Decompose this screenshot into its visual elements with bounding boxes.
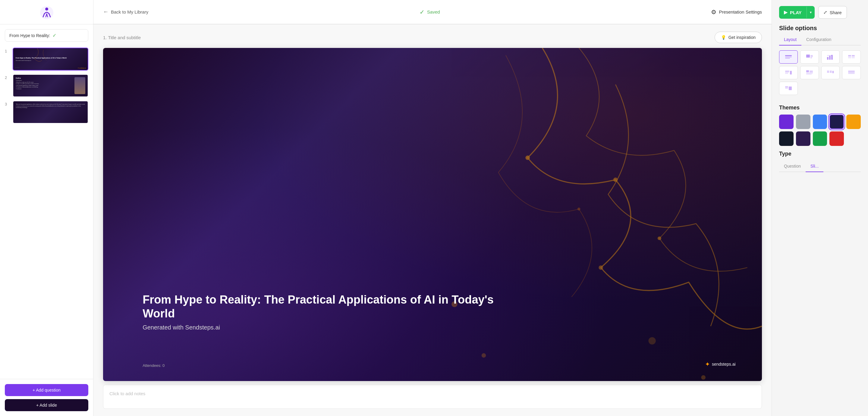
tab-layout[interactable]: Layout [779, 34, 801, 46]
tab-type-question[interactable]: Question [779, 161, 806, 172]
slide-options-header: Slide options [772, 19, 868, 34]
settings-label: Presentation Settings [719, 9, 762, 14]
theme-purple[interactable] [779, 115, 794, 129]
theme-red[interactable] [830, 131, 844, 146]
layout-option-9[interactable] [779, 82, 798, 95]
left-sidebar: From Hype to Reality: ✓ 1 From Hype to R… [0, 0, 93, 416]
layout-image-text-icon [805, 53, 814, 61]
slide-canvas[interactable]: From Hype to Reality: The Practical Appl… [103, 48, 762, 381]
layout-8-icon [847, 68, 856, 77]
svg-rect-32 [785, 71, 789, 71]
back-label: Back to My Library [111, 9, 148, 14]
layout-option-image-text[interactable] [800, 50, 819, 64]
share-button[interactable]: ⤢ Share [818, 6, 847, 19]
svg-rect-33 [785, 72, 789, 73]
svg-rect-44 [830, 72, 832, 73]
top-bar: ← Back to My Library ✓ Saved ⚙ Presentat… [93, 0, 772, 24]
slides-list: 1 From Hype to Reality: The Practical Ap… [0, 44, 93, 379]
slide-editor: 1. Title and subtitle 💡 Get inspiration [93, 24, 772, 416]
svg-point-1 [45, 7, 48, 10]
slide-item-1[interactable]: 1 From Hype to Reality: The Practical Ap… [5, 48, 88, 70]
slide-logo-text: sendsteps.ai [712, 362, 736, 366]
layout-chart-icon [826, 53, 835, 61]
svg-rect-31 [852, 58, 855, 58]
svg-rect-29 [852, 56, 855, 57]
slide-main-content: From Hype to Reality: The Practical Appl… [143, 293, 498, 331]
neural-lines-decoration [103, 48, 762, 381]
svg-point-6 [525, 155, 530, 160]
layout-option-6[interactable] [800, 66, 819, 79]
theme-orange[interactable] [846, 115, 861, 129]
svg-point-8 [598, 265, 603, 270]
layout-option-5[interactable] [779, 66, 798, 79]
svg-rect-35 [790, 71, 792, 75]
layout-5-icon [784, 68, 793, 77]
layout-option-columns[interactable] [842, 50, 861, 64]
play-icon: ▶ [784, 10, 787, 15]
gear-icon: ⚙ [711, 8, 716, 16]
themes-section: Themes [772, 105, 868, 151]
theme-green[interactable] [813, 131, 827, 146]
slide-logo: ✦ sendsteps.ai [705, 360, 736, 368]
theme-deep-purple[interactable] [796, 131, 810, 146]
svg-rect-28 [852, 55, 855, 56]
get-inspiration-button[interactable]: 💡 Get inspiration [715, 32, 762, 43]
tab-type-slide[interactable]: Sli... [806, 161, 824, 172]
type-title: Type [779, 151, 861, 157]
layout-option-8[interactable] [842, 66, 861, 79]
svg-rect-45 [832, 71, 834, 73]
tab-configuration[interactable]: Configuration [801, 34, 836, 46]
play-button[interactable]: ▶ PLAY ▾ [779, 6, 815, 19]
notes-area[interactable]: Click to add notes [103, 385, 762, 409]
slide-item-2[interactable]: 2 Outline • Introduction • Why AI can ma… [5, 74, 88, 97]
play-dropdown-caret[interactable]: ▾ [807, 7, 815, 18]
svg-rect-20 [810, 56, 813, 57]
thumb-2-outline: Outline [16, 77, 73, 79]
add-question-button[interactable]: + Add question [5, 384, 88, 396]
share-icon: ⤢ [824, 10, 827, 15]
svg-rect-27 [848, 56, 851, 57]
slide-logo-icon: ✦ [705, 360, 710, 368]
slide-label-row: 1. Title and subtitle 💡 Get inspiration [103, 32, 762, 43]
saved-status: ✓ Saved [420, 8, 440, 16]
back-to-library-link[interactable]: ← Back to My Library [103, 9, 148, 15]
svg-rect-43 [830, 71, 832, 71]
themes-title: Themes [779, 105, 861, 111]
slide-thumbnail-1[interactable]: From Hype to Reality: The Practical Appl… [13, 48, 88, 70]
layout-option-text-only[interactable] [779, 50, 798, 64]
type-section: Type Question Sli... [772, 151, 868, 177]
add-slide-button[interactable]: + Add slide [5, 399, 88, 411]
theme-gray[interactable] [796, 115, 810, 129]
thumb-2-list: • Introduction • Why AI can make your li… [16, 80, 73, 90]
share-label: Share [830, 10, 842, 15]
theme-blue[interactable] [813, 115, 827, 129]
slide-thumbnail-2[interactable]: Outline • Introduction • Why AI can make… [13, 74, 88, 97]
layout-option-7[interactable] [821, 66, 840, 79]
svg-point-12 [482, 353, 486, 358]
play-button-main[interactable]: ▶ PLAY [779, 6, 807, 19]
svg-rect-46 [848, 71, 855, 71]
presentation-title-box[interactable]: From Hype to Reality: ✓ [5, 29, 88, 41]
theme-dark-purple[interactable] [830, 115, 844, 129]
theme-black[interactable] [779, 131, 794, 146]
svg-rect-25 [827, 55, 832, 56]
saved-label: Saved [427, 9, 440, 14]
svg-rect-17 [785, 58, 790, 58]
play-label: PLAY [790, 10, 802, 15]
layout-option-chart[interactable] [821, 50, 840, 64]
title-check-icon: ✓ [53, 33, 56, 38]
slide-thumbnail-3[interactable]: "What are the practical applications of … [13, 101, 88, 124]
slide-subtitle: Generated with Sendsteps.ai [143, 324, 498, 331]
svg-rect-49 [785, 87, 788, 87]
layout-options-grid [779, 50, 861, 95]
layout-text-only-icon [784, 53, 793, 61]
svg-rect-21 [810, 58, 812, 58]
svg-rect-42 [827, 72, 829, 73]
right-panel: ▶ PLAY ▾ ⤢ Share Slide options Layout Co… [772, 0, 868, 416]
logo-area [0, 0, 93, 24]
svg-rect-48 [848, 73, 855, 74]
thumb-1-decoration [13, 48, 88, 70]
thumb-3-text: "What are the practical applications of … [16, 104, 85, 109]
presentation-settings-button[interactable]: ⚙ Presentation Settings [711, 8, 762, 16]
slide-item-3[interactable]: 3 "What are the practical applications o… [5, 101, 88, 124]
